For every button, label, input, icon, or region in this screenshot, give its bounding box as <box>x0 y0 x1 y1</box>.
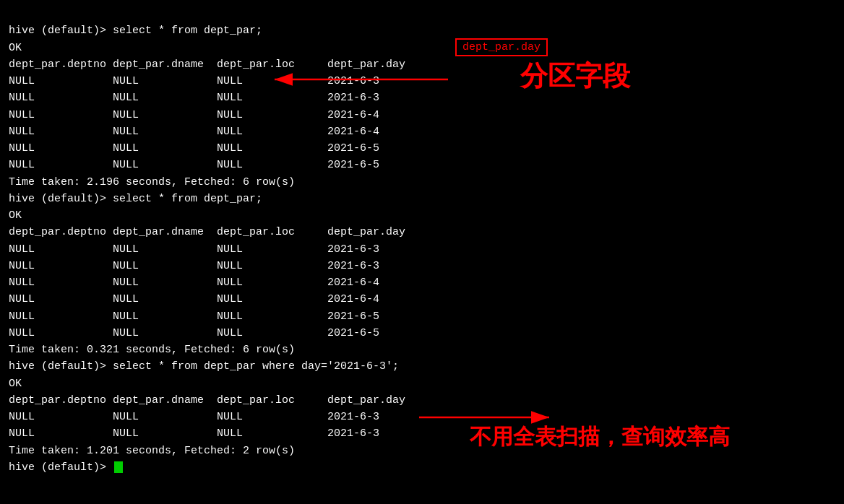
arrow-1 <box>267 69 455 90</box>
terminal-line-l7: NULL NULL NULL 2021-6-4 <box>9 123 835 140</box>
terminal-line-l22: OK <box>9 375 835 392</box>
terminal-line-l11: hive (default)> select * from dept_par; <box>9 191 835 207</box>
terminal-line-l2: OK <box>9 40 835 56</box>
terminal-line-l17: NULL NULL NULL 2021-6-4 <box>9 291 835 308</box>
terminal-line-l18: NULL NULL NULL 2021-6-5 <box>9 308 835 325</box>
terminal-line-l6: NULL NULL NULL 2021-6-4 <box>9 107 835 123</box>
terminal-line-l15: NULL NULL NULL 2021-6-3 <box>9 258 835 274</box>
terminal-line-l13: dept_par.deptno dept_par.dname dept_par.… <box>9 224 835 240</box>
label-bq-text: 不用全表扫描，查询效率高 <box>470 425 730 448</box>
terminal-line-l8: NULL NULL NULL 2021-6-5 <box>9 140 835 157</box>
terminal-line-l1: hive (default)> select * from dept_par; <box>9 22 835 39</box>
terminal-cursor <box>114 461 123 473</box>
terminal-line-l10: Time taken: 2.196 seconds, Fetched: 6 ro… <box>9 174 835 191</box>
terminal-line-l5: NULL NULL NULL 2021-6-3 <box>9 90 835 106</box>
label-partition-field: 分区字段 <box>520 58 630 95</box>
terminal-line-l19: NULL NULL NULL 2021-6-5 <box>9 325 835 342</box>
label-no-full-scan: 不用全表扫描，查询效率高 <box>470 422 730 452</box>
terminal-line-l16: NULL NULL NULL 2021-6-4 <box>9 274 835 291</box>
annotation-box-1-text: dept_par.day <box>462 41 541 53</box>
terminal-line-l27: hive (default)> <box>9 459 835 476</box>
terminal-line-l20: Time taken: 0.321 seconds, Fetched: 6 ro… <box>9 342 835 358</box>
terminal-line-l14: NULL NULL NULL 2021-6-3 <box>9 241 835 258</box>
terminal-line-l9: NULL NULL NULL 2021-6-5 <box>9 157 835 173</box>
annotation-box-1: dept_par.day <box>455 38 548 56</box>
terminal-line-l12: OK <box>9 207 835 224</box>
terminal-line-l21: hive (default)> select * from dept_par w… <box>9 358 835 375</box>
label-fq-text: 分区字段 <box>520 61 630 91</box>
